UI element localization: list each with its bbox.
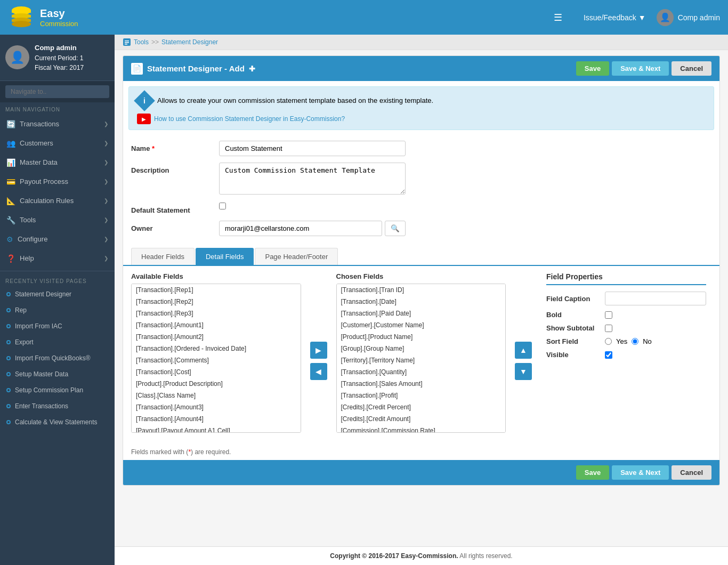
move-right-button[interactable]: ▶ xyxy=(310,342,327,359)
chosen-field-item[interactable]: [Transaction].[Tran ID] xyxy=(337,284,506,296)
sidebar-item-configure[interactable]: ⚙ Configure ❯ xyxy=(0,230,115,249)
name-input[interactable] xyxy=(219,141,406,156)
description-label: Description xyxy=(131,163,211,174)
sort-yes-radio[interactable] xyxy=(605,338,612,345)
caption-input[interactable] xyxy=(605,292,706,305)
move-left-button[interactable]: ◀ xyxy=(310,363,327,380)
owner-search-button[interactable]: 🔍 xyxy=(385,221,406,236)
sort-no-radio[interactable] xyxy=(632,338,638,345)
app-tagline: Commission xyxy=(40,20,78,28)
tab-page-header-footer[interactable]: Page Header/Footer xyxy=(255,248,338,265)
chevron-icon: ❯ xyxy=(104,255,108,261)
sidebar-search-input[interactable] xyxy=(5,85,109,98)
visible-checkbox[interactable] xyxy=(605,351,612,359)
tools-breadcrumb-icon xyxy=(123,38,131,46)
sidebar-item-help[interactable]: ❓ Help ❯ xyxy=(0,249,115,268)
save-next-button-top[interactable]: Save & Next xyxy=(612,61,669,76)
chosen-field-item[interactable]: [Territory].[Territory Name] xyxy=(337,354,506,366)
owner-row: Owner 🔍 xyxy=(131,221,711,236)
description-textarea[interactable]: Custom Commission Statement Template xyxy=(219,163,406,195)
chosen-field-item[interactable]: [Commission].[Commission Rate] xyxy=(337,425,506,433)
chosen-field-item[interactable]: [Customer].[Customer Name] xyxy=(337,319,506,331)
available-field-item[interactable]: [Transaction].[Rep1] xyxy=(132,284,301,296)
recent-item-import-iac[interactable]: Import From IAC xyxy=(0,318,115,334)
default-statement-checkbox[interactable] xyxy=(219,203,226,209)
move-down-button[interactable]: ▼ xyxy=(515,363,532,380)
available-field-item[interactable]: [Transaction].[Rep3] xyxy=(132,308,301,319)
tab-header-fields[interactable]: Header Fields xyxy=(131,248,195,265)
customers-icon: 👥 xyxy=(6,139,15,148)
configure-label: Configure xyxy=(18,235,47,243)
available-field-item[interactable]: [Transaction].[Ordered - Invoiced Date] xyxy=(132,343,301,354)
help-icon: ❓ xyxy=(6,254,15,263)
save-button-top[interactable]: Save xyxy=(576,61,609,76)
chosen-field-item[interactable]: [Credits].[Credit Percent] xyxy=(337,401,506,413)
recent-item-calculate[interactable]: Calculate & View Statements xyxy=(0,414,115,430)
sidebar-item-master-data[interactable]: 📊 Master Data ❯ xyxy=(0,153,115,172)
video-link[interactable]: How to use Commission Statement Designer… xyxy=(154,115,345,123)
chosen-fields-list[interactable]: [Transaction].[Tran ID] [Transaction].[D… xyxy=(336,284,506,433)
info-box: i Allows to create your own commission s… xyxy=(128,86,714,130)
save-button-bottom[interactable]: Save xyxy=(576,465,609,480)
chosen-field-item[interactable]: [Group].[Group Name] xyxy=(337,343,506,354)
header-username: Comp admin xyxy=(678,13,720,22)
recent-item-enter-transactions[interactable]: Enter Transactions xyxy=(0,398,115,414)
main-layout: 👤 Comp admin Current Period: 1 Fiscal Ye… xyxy=(0,35,728,565)
cancel-button-bottom[interactable]: Cancel xyxy=(672,465,711,480)
available-field-item[interactable]: [Transaction].[Amount2] xyxy=(132,331,301,343)
issue-feedback-button[interactable]: Issue/Feedback ▼ xyxy=(584,13,646,22)
available-field-item[interactable]: [Transaction].[Comments] xyxy=(132,354,301,366)
user-area[interactable]: 👤 Comp admin xyxy=(657,9,720,26)
chosen-field-item[interactable]: [Transaction].[Profit] xyxy=(337,390,506,401)
chevron-icon: ❯ xyxy=(104,159,108,165)
chosen-field-item[interactable]: [Credits].[Credit Amount] xyxy=(337,413,506,425)
cancel-button-top[interactable]: Cancel xyxy=(672,61,711,76)
available-field-item[interactable]: [Transaction].[Cost] xyxy=(132,366,301,378)
available-fields-list[interactable]: [Transaction].[Rep1] [Transaction].[Rep2… xyxy=(131,284,301,433)
field-properties-panel: Field Properties Field Caption Bold Show… xyxy=(541,272,711,438)
owner-input[interactable] xyxy=(219,221,382,236)
sidebar-item-customers[interactable]: 👥 Customers ❯ xyxy=(0,134,115,153)
available-field-item[interactable]: [Class].[Class Name] xyxy=(132,390,301,401)
play-button[interactable]: ▶ xyxy=(137,114,151,124)
available-field-item[interactable]: [Transaction].[Rep2] xyxy=(132,296,301,308)
save-next-button-bottom[interactable]: Save & Next xyxy=(612,465,669,480)
chosen-field-item[interactable]: [Product].[Product Name] xyxy=(337,331,506,343)
recent-item-export[interactable]: Export xyxy=(0,334,115,350)
show-subtotal-checkbox[interactable] xyxy=(605,325,612,332)
recent-label: Export xyxy=(15,338,34,346)
available-field-item[interactable]: [Transaction].[Amount3] xyxy=(132,401,301,413)
move-up-button[interactable]: ▲ xyxy=(515,342,532,359)
sidebar-item-payout-process[interactable]: 💳 Payout Process ❯ xyxy=(0,172,115,191)
recent-item-setup-master[interactable]: Setup Master Data xyxy=(0,366,115,382)
recent-item-statement-designer[interactable]: Statement Designer xyxy=(0,286,115,302)
breadcrumb-tools-link[interactable]: Tools xyxy=(134,38,149,46)
sidebar-avatar: 👤 xyxy=(5,45,29,69)
chosen-field-item[interactable]: [Transaction].[Sales Amount] xyxy=(337,378,506,390)
bold-checkbox[interactable] xyxy=(605,311,612,319)
recent-item-setup-commission[interactable]: Setup Commission Plan xyxy=(0,382,115,398)
hamburger-menu[interactable]: ☰ xyxy=(554,12,562,23)
sidebar-item-calculation-rules[interactable]: 📐 Calculation Rules ❯ xyxy=(0,191,115,211)
recent-item-rep[interactable]: Rep xyxy=(0,302,115,318)
available-field-item[interactable]: [Product].[Product Description] xyxy=(132,378,301,390)
chosen-field-item[interactable]: [Transaction].[Quantity] xyxy=(337,366,506,378)
sidebar-item-tools[interactable]: 🔧 Tools ❯ xyxy=(0,211,115,230)
chosen-field-item[interactable]: [Transaction].[Paid Date] xyxy=(337,308,506,319)
dot-icon xyxy=(6,356,11,360)
available-field-item[interactable]: [Transaction].[Amount4] xyxy=(132,413,301,425)
svg-point-6 xyxy=(12,21,31,27)
recent-item-import-qb[interactable]: Import From QuickBooks® xyxy=(0,350,115,366)
tab-detail-fields[interactable]: Detail Fields xyxy=(196,248,254,265)
visible-row: Visible xyxy=(546,351,706,359)
content-area: Tools >> Statement Designer 📄 Statement … xyxy=(115,35,728,565)
nav-section-label: MAIN NAVIGATION xyxy=(0,102,115,115)
available-field-item[interactable]: [Payout].[Payout Amount A1 Cell] xyxy=(132,425,301,433)
sidebar-item-transactions[interactable]: 🔄 Transactions ❯ xyxy=(0,115,115,134)
chosen-field-item[interactable]: [Transaction].[Date] xyxy=(337,296,506,308)
available-field-item[interactable]: [Transaction].[Amount1] xyxy=(132,319,301,331)
header-buttons: Save Save & Next Cancel xyxy=(576,61,711,76)
breadcrumb-current-link[interactable]: Statement Designer xyxy=(161,38,218,46)
dot-icon xyxy=(6,404,11,408)
tools-icon: 🔧 xyxy=(6,216,15,224)
